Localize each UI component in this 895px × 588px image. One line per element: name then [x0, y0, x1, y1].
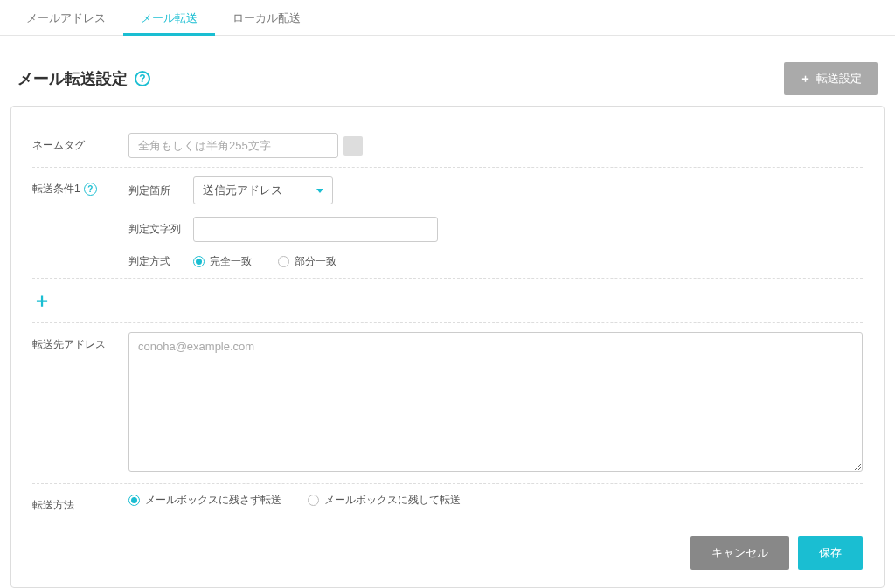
condition-label: 転送条件1 ? [32, 176, 128, 197]
help-icon[interactable]: ? [135, 71, 150, 86]
radio-icon [308, 495, 319, 506]
cancel-button[interactable]: キャンセル [690, 536, 789, 570]
page-header: メール転送設定 ? ＋ 転送設定 [0, 36, 895, 106]
tab-mail-forward[interactable]: メール転送 [123, 0, 215, 35]
settings-panel: ネームタグ 転送条件1 ? 判定箇所 送信元アドレス 判定文字列 [10, 106, 885, 588]
radio-partial-match[interactable]: 部分一致 [278, 254, 336, 269]
judge-method-label: 判定方式 [128, 254, 181, 269]
radio-exact-match[interactable]: 完全一致 [193, 254, 252, 269]
color-picker-button[interactable] [343, 136, 363, 156]
add-condition-row: ＋ [32, 279, 863, 323]
save-button[interactable]: 保存 [798, 536, 863, 570]
chevron-down-icon [316, 189, 323, 193]
page-title: メール転送設定 [17, 68, 128, 89]
help-icon[interactable]: ? [84, 183, 97, 196]
judge-place-value: 送信元アドレス [203, 183, 282, 198]
radio-icon [278, 256, 289, 267]
judge-string-input[interactable] [193, 217, 438, 242]
tab-local-delivery[interactable]: ローカル配送 [215, 0, 318, 35]
forward-address-textarea[interactable] [128, 332, 863, 472]
radio-icon [193, 256, 205, 267]
name-tag-input[interactable] [128, 133, 338, 158]
radio-no-keep[interactable]: メールボックスに残さず転送 [128, 493, 281, 508]
add-condition-button[interactable]: ＋ [32, 289, 52, 311]
forward-address-label: 転送先アドレス [32, 332, 128, 352]
plus-icon: ＋ [800, 71, 811, 86]
judge-string-label: 判定文字列 [128, 222, 181, 237]
action-buttons: キャンセル 保存 [32, 522, 863, 570]
radio-icon [128, 495, 140, 506]
add-forward-setting-button[interactable]: ＋ 転送設定 [784, 62, 878, 95]
tabs: メールアドレス メール転送 ローカル配送 [0, 0, 895, 36]
judge-place-label: 判定箇所 [128, 183, 181, 198]
tab-mail-address[interactable]: メールアドレス [9, 0, 123, 35]
add-button-label: 転送設定 [816, 71, 862, 86]
judge-place-select[interactable]: 送信元アドレス [193, 176, 333, 204]
forward-method-label: 転送方法 [32, 493, 128, 513]
name-tag-label: ネームタグ [32, 133, 128, 153]
radio-keep[interactable]: メールボックスに残して転送 [308, 493, 461, 508]
